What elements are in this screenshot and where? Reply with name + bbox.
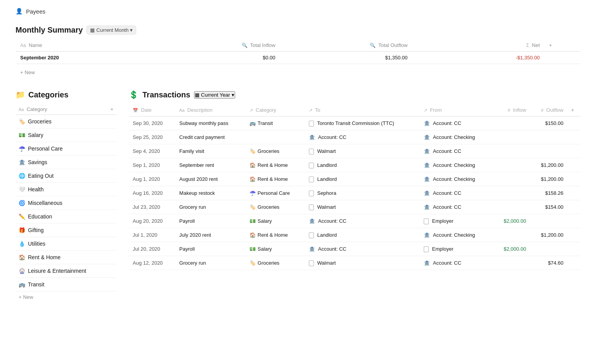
- category-cell[interactable]: ✏️Education: [16, 210, 116, 224]
- tx-cell-to: Landlord: [305, 228, 420, 242]
- category-list-item[interactable]: 🌐Eating Out: [16, 169, 116, 183]
- tx-cell-inflow: [493, 256, 530, 270]
- summary-th-inflow: 🔍 Total Inflow: [148, 39, 280, 52]
- tx-cell-inflow: [493, 172, 530, 186]
- doc-icon: [309, 260, 314, 266]
- tx-th-date: 📅 Date: [129, 104, 175, 116]
- tx-category-cell: 🏷️ Groceries: [249, 260, 301, 266]
- tx-cell-empty: [567, 228, 580, 242]
- category-name: Miscellaneous: [28, 200, 62, 206]
- tx-cell-empty: [567, 200, 580, 214]
- tx-category-name: Groceries: [258, 260, 279, 266]
- category-cell[interactable]: 🏷️Groceries: [16, 115, 116, 128]
- tx-to-label: Walmart: [316, 260, 336, 266]
- tx-category-name: Rent & Home: [258, 176, 288, 182]
- tx-cell-from: 🏦 Account: Checking: [420, 228, 493, 242]
- tx-category-cell: 🏠 Rent & Home: [249, 176, 301, 182]
- filter-chevron-icon: ▾: [130, 27, 133, 33]
- category-cell[interactable]: 💵Salary: [16, 128, 116, 142]
- category-cell[interactable]: 🌐Eating Out: [16, 169, 116, 183]
- transaction-row[interactable]: Sep 4, 2020 Family visit 🏷️ Groceries Wa…: [129, 144, 580, 158]
- category-list-item[interactable]: 🤍Health: [16, 183, 116, 196]
- category-list-item[interactable]: 🌀Miscellaneous: [16, 196, 116, 210]
- transaction-row[interactable]: Aug 20, 2020 Payroll 💵 Salary 🏦 Account:…: [129, 214, 580, 228]
- transaction-row[interactable]: Sep 30, 2020 Subway monthly pass 🚌 Trans…: [129, 116, 580, 130]
- category-cell[interactable]: 🎡Leisure & Entertainment: [16, 264, 116, 278]
- tx-cell-inflow: [493, 200, 530, 214]
- category-cell[interactable]: 🎁Gifting: [16, 224, 116, 237]
- cat-header-add[interactable]: +: [110, 106, 113, 112]
- category-icon: 🎁: [19, 227, 25, 233]
- tx-category-icon: 🚌: [249, 120, 256, 126]
- category-list-item[interactable]: 💧Utilities: [16, 237, 116, 251]
- tx-from-label: Account: Checking: [432, 232, 475, 238]
- category-list-item[interactable]: 🏠Rent & Home: [16, 251, 116, 264]
- category-cell[interactable]: 🏦Savings: [16, 156, 116, 169]
- summary-cell-net: -$1,350.00: [412, 52, 544, 64]
- category-cell[interactable]: 🌀Miscellaneous: [16, 196, 116, 210]
- tx-category-icon: 🏷️: [249, 148, 256, 154]
- transaction-row[interactable]: Aug 1, 2020 August 2020 rent 🏠 Rent & Ho…: [129, 172, 580, 186]
- category-list-item[interactable]: 🚌Transit: [16, 278, 116, 291]
- category-name: Utilities: [28, 241, 45, 247]
- tx-cell-category: [246, 130, 305, 144]
- transaction-row[interactable]: Aug 12, 2020 Grocery run 🏷️ Groceries Wa…: [129, 256, 580, 270]
- tx-th-category: ↗ Category: [246, 104, 305, 116]
- tx-cell-inflow: [493, 158, 530, 172]
- tx-cell-desc: Grocery run: [175, 256, 246, 270]
- category-list-item[interactable]: ✏️Education: [16, 210, 116, 224]
- transactions-title-row: 💲 Transactions ▦ Current Year ▾: [129, 90, 580, 99]
- tx-to-cell: 🏦 Account: CC: [309, 218, 416, 224]
- transaction-row[interactable]: Jul 20, 2020 Payroll 💵 Salary 🏦 Account:…: [129, 242, 580, 256]
- tx-cell-inflow: $2,000.00: [493, 214, 530, 228]
- transactions-filter[interactable]: ▦ Current Year ▾: [194, 91, 235, 99]
- category-list-item[interactable]: ☂️Personal Care: [16, 142, 116, 156]
- doc-icon: [309, 163, 314, 168]
- tx-cell-to: Walmart: [305, 144, 420, 158]
- tx-cell-inflow: [493, 228, 530, 242]
- transaction-row[interactable]: Jul 23, 2020 Grocery run 🏷️ Groceries Wa…: [129, 200, 580, 214]
- summary-new-row[interactable]: + New: [16, 67, 580, 78]
- tx-cell-to: Sephora: [305, 186, 420, 200]
- category-list-item[interactable]: 🎡Leisure & Entertainment: [16, 264, 116, 278]
- tx-cell-outflow: $74.60: [530, 256, 567, 270]
- tx-cell-desc: Payroll: [175, 214, 246, 228]
- transaction-row[interactable]: Sep 25, 2020 Credit card payment 🏦 Accou…: [129, 130, 580, 144]
- category-cell[interactable]: 🏠Rent & Home: [16, 251, 116, 264]
- summary-row[interactable]: September 2020 $0.00 $1,350.00 -$1,350.0…: [16, 52, 580, 64]
- category-list-item[interactable]: 💵Salary: [16, 128, 116, 142]
- category-list-item[interactable]: 🏷️Groceries: [16, 115, 116, 128]
- category-cell[interactable]: ☂️Personal Care: [16, 142, 116, 156]
- tx-cell-from: 🏦 Account: CC: [420, 144, 493, 158]
- monthly-summary-filter[interactable]: ▦ Current Month ▾: [87, 26, 136, 35]
- summary-th-add[interactable]: +: [544, 39, 580, 52]
- tx-cell-to: 🏦 Account: CC: [305, 130, 420, 144]
- tx-category-name: Personal Care: [258, 190, 290, 196]
- category-list-item[interactable]: 🎁Gifting: [16, 224, 116, 237]
- category-list-item[interactable]: 🏦Savings: [16, 156, 116, 169]
- category-cell[interactable]: 🤍Health: [16, 183, 116, 196]
- transaction-row[interactable]: Aug 16, 2020 Makeup restock ☂️ Personal …: [129, 186, 580, 200]
- tx-to-cell: 🏦 Account: CC: [309, 246, 416, 252]
- tx-cell-date: Sep 30, 2020: [129, 116, 175, 130]
- tx-category-name: Salary: [258, 218, 272, 224]
- bank-icon: 🏦: [424, 148, 430, 154]
- category-icon: ✏️: [19, 213, 25, 220]
- tx-cell-desc: July 2020 rent: [175, 228, 246, 242]
- summary-cell-outflow: $1,350.00: [280, 52, 412, 64]
- categories-new-row[interactable]: + New: [16, 291, 116, 303]
- category-icon: 💵: [19, 132, 25, 138]
- tx-category-cell: 💵 Salary: [249, 246, 301, 252]
- transaction-row[interactable]: Jul 1, 2020 July 2020 rent 🏠 Rent & Home…: [129, 228, 580, 242]
- doc-icon: [424, 218, 429, 224]
- tx-th-from: ↗ From: [420, 104, 493, 116]
- tx-cell-date: Jul 20, 2020: [129, 242, 175, 256]
- tx-cell-to: Toronto Transit Commission (TTC): [305, 116, 420, 130]
- cat-new-label: New: [23, 294, 33, 300]
- tx-th-add[interactable]: +: [567, 104, 580, 116]
- tx-cell-to: Landlord: [305, 172, 420, 186]
- category-cell[interactable]: 🚌Transit: [16, 278, 116, 291]
- tx-cell-date: Aug 12, 2020: [129, 256, 175, 270]
- transaction-row[interactable]: Sep 1, 2020 September rent 🏠 Rent & Home…: [129, 158, 580, 172]
- category-cell[interactable]: 💧Utilities: [16, 237, 116, 251]
